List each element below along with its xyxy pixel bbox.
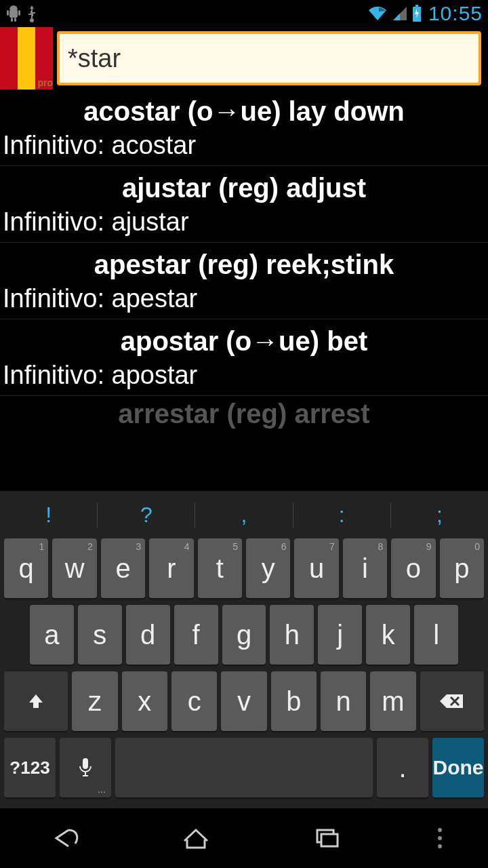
svg-point-12 (438, 828, 442, 832)
key-a[interactable]: a (30, 605, 74, 665)
key-g[interactable]: g (222, 605, 266, 665)
key-y[interactable]: y6 (246, 538, 290, 598)
key-j[interactable]: j (318, 605, 362, 665)
key-x[interactable]: x (122, 671, 167, 731)
status-bar: 10:55 (0, 0, 488, 27)
menu-button[interactable] (430, 821, 450, 855)
key-n[interactable]: n (321, 671, 366, 731)
list-item[interactable]: apostar (o→ue) betInfinitivo: apostar (0, 319, 488, 396)
home-button[interactable] (169, 821, 223, 855)
nav-bar (0, 808, 488, 868)
svg-rect-0 (9, 9, 18, 18)
svg-point-14 (438, 844, 442, 848)
key-i[interactable]: i8 (343, 538, 387, 598)
key-o[interactable]: o9 (391, 538, 435, 598)
key-z[interactable]: z (72, 671, 117, 731)
suggestion[interactable]: ! (0, 502, 98, 528)
svg-rect-3 (11, 18, 13, 22)
key-?123[interactable]: ?123 (4, 738, 56, 797)
result-main: apostar (o→ue) bet (0, 323, 488, 359)
suggestion-bar: !?,:; (0, 491, 488, 538)
result-main: acostar (o→ue) lay down (0, 94, 488, 130)
key-q[interactable]: q1 (4, 538, 48, 598)
battery-icon (412, 5, 422, 22)
key-w[interactable]: w2 (52, 538, 96, 598)
result-list[interactable]: acostar (o→ue) lay downInfinitivo: acost… (0, 90, 488, 429)
key-d[interactable]: d (126, 605, 170, 665)
key-r[interactable]: r4 (149, 538, 193, 598)
key-dark space[interactable] (115, 738, 373, 797)
result-main: apestar (reg) reek;stink (0, 247, 488, 283)
suggestion[interactable]: ? (98, 502, 195, 528)
svg-rect-2 (18, 10, 20, 16)
svg-point-13 (438, 836, 442, 840)
clock: 10:55 (428, 2, 483, 25)
app-icon[interactable]: pro (0, 27, 54, 90)
svg-rect-4 (14, 18, 16, 22)
key-t[interactable]: t5 (198, 538, 242, 598)
svg-point-6 (30, 18, 34, 22)
key-u[interactable]: u7 (294, 538, 338, 598)
keyboard: !?,:; q1w2e3r4t5y6u7i8o9p0 asdfghjkl zxc… (0, 491, 488, 808)
result-sub: Infinitivo: apostar (0, 359, 488, 391)
list-item[interactable]: acostar (o→ue) lay downInfinitivo: acost… (0, 90, 488, 166)
key-m[interactable]: m (370, 671, 415, 731)
app-header: pro (0, 27, 488, 90)
usb-icon (26, 4, 38, 23)
key-e[interactable]: e3 (101, 538, 145, 598)
suggestion[interactable]: , (195, 502, 293, 528)
result-main: ajustar (reg) adjust (0, 170, 488, 206)
svg-rect-11 (321, 834, 338, 846)
suggestion[interactable]: ; (391, 502, 488, 528)
mic-key[interactable]: ... (60, 738, 111, 797)
svg-rect-9 (83, 758, 88, 769)
key-h[interactable]: h (270, 605, 314, 665)
key-.[interactable]: . (377, 738, 428, 797)
pro-label: pro (0, 77, 54, 88)
key-v[interactable]: v (221, 671, 266, 731)
suggestion[interactable]: : (293, 502, 391, 528)
result-sub: Infinitivo: acostar (0, 130, 488, 161)
search-field-wrap[interactable] (57, 31, 481, 85)
svg-rect-1 (7, 10, 9, 16)
list-item[interactable]: ajustar (reg) adjustInfinitivo: ajustar (0, 166, 488, 243)
key-l[interactable]: l (414, 605, 458, 665)
key-c[interactable]: c (171, 671, 217, 731)
search-input[interactable] (68, 44, 470, 73)
shift-key[interactable] (4, 671, 68, 731)
bugdroid-icon (5, 4, 22, 23)
key-k[interactable]: k (366, 605, 410, 665)
list-item-partial[interactable]: arrestar (reg) arrest (0, 396, 488, 429)
key-b[interactable]: b (271, 671, 317, 731)
key-f[interactable]: f (174, 605, 218, 665)
result-sub: Infinitivo: apestar (0, 283, 488, 315)
backspace-key[interactable] (420, 671, 484, 731)
list-item[interactable]: apestar (reg) reek;stinkInfinitivo: apes… (0, 243, 488, 319)
svg-rect-7 (415, 5, 418, 7)
key-s[interactable]: s (78, 605, 122, 665)
back-button[interactable] (38, 821, 92, 855)
key-Done[interactable]: Done (432, 738, 484, 797)
signal-icon (392, 5, 408, 22)
recent-apps-button[interactable] (299, 821, 353, 855)
result-sub: Infinitivo: ajustar (0, 206, 488, 238)
wifi-icon (367, 5, 388, 22)
key-p[interactable]: p0 (440, 538, 484, 598)
